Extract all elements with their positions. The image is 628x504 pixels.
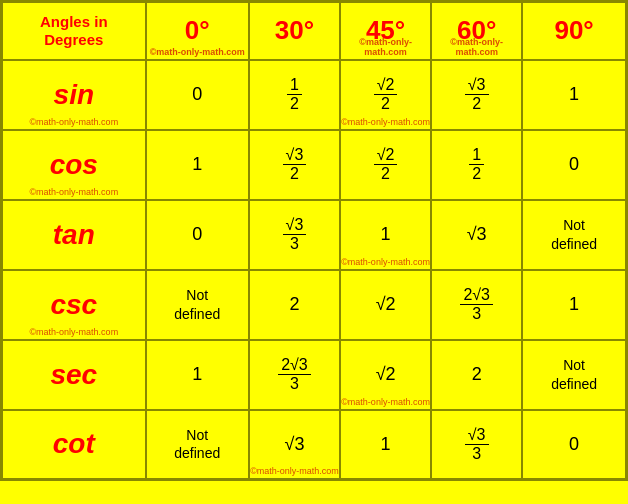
csc-0: Notdefined: [146, 270, 249, 340]
table-row: csc ©math-only-math.com Notdefined 2 √2 …: [2, 270, 627, 340]
angle-60: 60° ©math-only-math.com: [431, 2, 522, 60]
tan-60: √3: [431, 200, 522, 270]
cot-90: 0: [522, 410, 626, 480]
cot-60: √3 3: [431, 410, 522, 480]
cot-45: 1: [340, 410, 431, 480]
csc-90: 1: [522, 270, 626, 340]
watermark-cos: ©math-only-math.com: [3, 187, 145, 197]
angle-header-label: Angles inDegrees: [2, 2, 146, 60]
watermark-45: ©math-only-math.com: [341, 37, 430, 57]
tan-45: 1 ©math-only-math.com: [340, 200, 431, 270]
watermark-sec45: ©math-only-math.com: [341, 397, 430, 407]
func-csc: csc ©math-only-math.com: [2, 270, 146, 340]
func-tan: tan: [2, 200, 146, 270]
cos-60: 1 2: [431, 130, 522, 200]
angle-30: 30°: [249, 2, 340, 60]
func-sec: sec: [2, 340, 146, 410]
func-cot: cot: [2, 410, 146, 480]
watermark-60: ©math-only-math.com: [432, 37, 521, 57]
watermark-tan45: ©math-only-math.com: [341, 257, 430, 267]
sin-60: √3 2: [431, 60, 522, 130]
table-row: cos ©math-only-math.com 1 √3 2 √2 2: [2, 130, 627, 200]
tan-90: Notdefined: [522, 200, 626, 270]
tan-0: 0: [146, 200, 249, 270]
sec-30: 2√3 3: [249, 340, 340, 410]
watermark-0: ©math-only-math.com: [147, 47, 248, 57]
watermark-sin45: ©math-only-math.com: [341, 117, 430, 127]
angle-90: 90°: [522, 2, 626, 60]
angle-45: 45° ©math-only-math.com: [340, 2, 431, 60]
sec-0: 1: [146, 340, 249, 410]
cos-90: 0: [522, 130, 626, 200]
cos-45: √2 2: [340, 130, 431, 200]
sec-60: 2: [431, 340, 522, 410]
sec-90: Notdefined: [522, 340, 626, 410]
table-row: tan 0 √3 3 1 ©math-only-math.com √3 Notd…: [2, 200, 627, 270]
table-row: sin ©math-only-math.com 0 1 2 √2 2 ©math…: [2, 60, 627, 130]
cos-30: √3 2: [249, 130, 340, 200]
table-row: sec 1 2√3 3 √2 ©math-only-math.com 2 Not…: [2, 340, 627, 410]
csc-60: 2√3 3: [431, 270, 522, 340]
cot-0: Notdefined: [146, 410, 249, 480]
table-row: cot Notdefined √3 ©math-only-math.com 1 …: [2, 410, 627, 480]
cot-30: √3 ©math-only-math.com: [249, 410, 340, 480]
csc-45: √2: [340, 270, 431, 340]
angle-0: 0° ©math-only-math.com: [146, 2, 249, 60]
csc-30: 2: [249, 270, 340, 340]
sec-45: √2 ©math-only-math.com: [340, 340, 431, 410]
tan-30: √3 3: [249, 200, 340, 270]
cos-0: 1: [146, 130, 249, 200]
func-cos: cos ©math-only-math.com: [2, 130, 146, 200]
sin-90: 1: [522, 60, 626, 130]
watermark-cot30: ©math-only-math.com: [250, 466, 339, 476]
func-sin: sin ©math-only-math.com: [2, 60, 146, 130]
watermark-sin: ©math-only-math.com: [3, 117, 145, 127]
watermark-csc: ©math-only-math.com: [3, 327, 145, 337]
sin-0: 0: [146, 60, 249, 130]
sin-45: √2 2 ©math-only-math.com: [340, 60, 431, 130]
sin-30: 1 2: [249, 60, 340, 130]
